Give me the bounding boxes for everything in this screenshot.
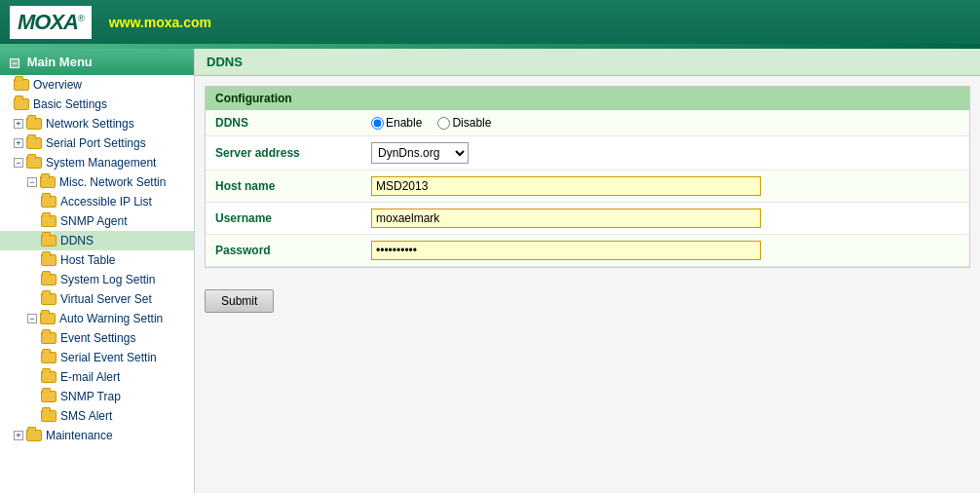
folder-icon xyxy=(41,332,57,344)
sidebar-label-snmp-agent: SNMP Agent xyxy=(60,214,127,228)
sidebar-item-sms-alert[interactable]: SMS Alert xyxy=(0,406,194,426)
sidebar-label-network-settings: Network Settings xyxy=(46,117,134,131)
sidebar-label-event-settings: Event Settings xyxy=(60,331,135,345)
sidebar-item-system-mgmt[interactable]: − System Management xyxy=(0,153,194,172)
sidebar-item-accessible-ip[interactable]: Accessible IP List xyxy=(0,192,194,211)
sidebar-label-email-alert: E-mail Alert xyxy=(60,370,120,384)
sidebar-item-email-alert[interactable]: E-mail Alert xyxy=(0,367,194,387)
hostname-label: Host name xyxy=(215,179,371,193)
folder-icon xyxy=(26,430,42,441)
header: MOXA® www.moxa.com xyxy=(0,0,980,44)
ddns-enable-option[interactable]: Enable xyxy=(371,116,422,130)
logo-box: MOXA® xyxy=(10,6,92,39)
submit-button[interactable]: Submit xyxy=(205,289,274,313)
ddns-label: DDNS xyxy=(215,116,371,130)
expand-icon[interactable]: − xyxy=(27,314,37,323)
config-header: Configuration xyxy=(206,87,969,110)
sidebar-item-misc-network[interactable]: − Misc. Network Settin xyxy=(0,172,194,192)
password-label: Password xyxy=(215,244,371,257)
layout: − Main Menu Overview Basic Settings + Ne… xyxy=(0,49,980,493)
server-value: DynDns.org xyxy=(371,142,960,164)
sidebar-item-ddns[interactable]: DDNS xyxy=(0,231,194,250)
folder-icon xyxy=(41,254,57,266)
sidebar-item-host-table[interactable]: Host Table xyxy=(0,250,194,270)
username-input[interactable] xyxy=(371,209,761,228)
sidebar-item-maintenance[interactable]: + Maintenance xyxy=(0,426,194,445)
hostname-input[interactable] xyxy=(371,176,761,196)
folder-icon xyxy=(41,371,57,383)
logo-area: MOXA® www.moxa.com xyxy=(10,6,211,39)
expand-icon[interactable]: + xyxy=(14,431,23,440)
folder-icon xyxy=(41,410,57,422)
sidebar-title-text: Main Menu xyxy=(27,55,93,69)
username-row: Username xyxy=(206,203,969,235)
password-input[interactable] xyxy=(371,241,761,260)
folder-icon xyxy=(41,235,57,246)
ddns-disable-option[interactable]: Disable xyxy=(437,116,491,130)
ddns-disable-radio[interactable] xyxy=(437,117,450,130)
folder-icon xyxy=(41,391,57,402)
sidebar-item-event-settings[interactable]: Event Settings xyxy=(0,328,194,348)
sidebar-expand-icon[interactable]: − xyxy=(10,58,19,68)
folder-icon xyxy=(41,352,57,363)
folder-icon xyxy=(40,313,56,324)
ddns-enable-label: Enable xyxy=(386,116,422,130)
server-row: Server address DynDns.org xyxy=(206,136,969,171)
sidebar-label-sms-alert: SMS Alert xyxy=(60,409,112,423)
sidebar-label-ddns: DDNS xyxy=(60,234,94,247)
sidebar-item-serial-event[interactable]: Serial Event Settin xyxy=(0,348,194,367)
expand-icon[interactable]: + xyxy=(14,119,23,129)
folder-icon xyxy=(14,98,29,110)
sidebar-item-snmp-agent[interactable]: SNMP Agent xyxy=(0,211,194,231)
ddns-enable-radio[interactable] xyxy=(371,117,384,130)
username-value xyxy=(371,209,960,228)
logo-moxa: MOXA xyxy=(18,10,78,34)
folder-icon xyxy=(41,274,57,285)
username-label: Username xyxy=(215,211,371,225)
hostname-row: Host name xyxy=(206,171,969,203)
expand-icon[interactable]: − xyxy=(27,177,37,187)
sidebar-label-accessible-ip: Accessible IP List xyxy=(60,195,152,209)
folder-icon xyxy=(41,293,57,305)
sidebar-item-snmp-trap[interactable]: SNMP Trap xyxy=(0,387,194,406)
sidebar-item-serial-port[interactable]: + Serial Port Settings xyxy=(0,133,194,153)
sidebar-title: − Main Menu xyxy=(0,49,194,75)
folder-icon xyxy=(26,157,42,169)
sidebar: − Main Menu Overview Basic Settings + Ne… xyxy=(0,49,195,493)
expand-icon[interactable]: − xyxy=(14,158,23,168)
sidebar-item-overview[interactable]: Overview xyxy=(0,75,194,95)
logo-registered: ® xyxy=(78,13,84,22)
sidebar-item-virtual-server[interactable]: Virtual Server Set xyxy=(0,289,194,309)
submit-area: Submit xyxy=(195,278,980,324)
password-value xyxy=(371,241,960,260)
folder-icon xyxy=(14,79,29,91)
server-select[interactable]: DynDns.org xyxy=(371,142,469,164)
page-title: DDNS xyxy=(195,49,980,76)
folder-icon xyxy=(41,215,57,227)
sidebar-item-network-settings[interactable]: + Network Settings xyxy=(0,114,194,133)
folder-icon xyxy=(40,176,56,188)
sidebar-label-basic-settings: Basic Settings xyxy=(33,97,107,111)
sidebar-item-auto-warning[interactable]: − Auto Warning Settin xyxy=(0,309,194,328)
folder-icon xyxy=(26,118,42,130)
logo-text: MOXA® xyxy=(18,10,84,35)
sidebar-label-serial-event: Serial Event Settin xyxy=(60,351,157,364)
ddns-row: DDNS Enable Disable xyxy=(206,110,969,136)
sidebar-label-misc-network: Misc. Network Settin xyxy=(59,175,166,189)
password-row: Password xyxy=(206,235,969,267)
hostname-value xyxy=(371,176,960,196)
ddns-value: Enable Disable xyxy=(371,116,960,130)
sidebar-item-system-log[interactable]: System Log Settin xyxy=(0,270,194,289)
header-url: www.moxa.com xyxy=(109,15,211,30)
sidebar-item-basic-settings[interactable]: Basic Settings xyxy=(0,95,194,114)
sidebar-label-virtual-server: Virtual Server Set xyxy=(60,292,152,306)
expand-icon[interactable]: + xyxy=(14,138,23,148)
server-label: Server address xyxy=(215,146,371,160)
sidebar-label-host-table: Host Table xyxy=(60,253,115,267)
sidebar-label-snmp-trap: SNMP Trap xyxy=(60,390,121,403)
sidebar-label-serial-port: Serial Port Settings xyxy=(46,136,146,150)
ddns-disable-label: Disable xyxy=(452,116,491,130)
sidebar-label-system-log: System Log Settin xyxy=(60,273,155,286)
sidebar-label-system-mgmt: System Management xyxy=(46,156,156,170)
config-section: Configuration DDNS Enable Disable S xyxy=(205,86,970,268)
